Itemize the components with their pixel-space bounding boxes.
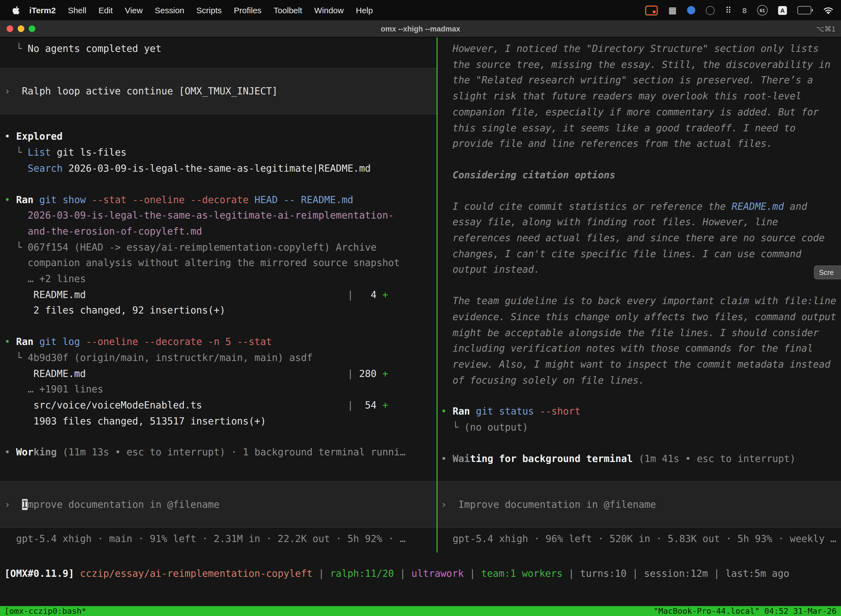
battery-percent-badge[interactable]: 61: [757, 5, 768, 15]
text-segment: src/voice/voiceModeEnabled.ts: [4, 400, 347, 411]
prompt-input[interactable]: › Improve documentation in @filename: [438, 481, 841, 528]
text-segment: I could cite commit statistics or refere…: [441, 201, 732, 212]
text-segment: |: [563, 568, 580, 579]
prompt-input[interactable]: › Improve documentation in @filename: [0, 481, 437, 528]
text-segment: king: [34, 447, 57, 458]
window-title-bar[interactable]: omx --xhigh --madmax ⌥⌘1: [0, 21, 841, 38]
text-segment: +: [382, 289, 388, 300]
terminal-line: └ (no output): [438, 419, 841, 435]
ralph-loop-banner[interactable]: › Ralph loop active continue [OMX_TMUX_I…: [0, 67, 437, 114]
text-segment: output instead.: [441, 264, 540, 275]
menu-edit[interactable]: Edit: [92, 6, 119, 15]
menu-window[interactable]: Window: [308, 6, 350, 15]
spacer: [438, 183, 841, 198]
grid-icon[interactable]: ▦: [668, 5, 677, 15]
text-segment: ting for background terminal: [470, 453, 633, 464]
close-window-button[interactable]: [7, 25, 13, 32]
menu-scripts[interactable]: Scripts: [190, 6, 228, 15]
text-segment: … +1901 lines: [4, 384, 103, 395]
ralph-loop-banner: › Ralph loop active continue [OMX_TMUX_I…: [0, 83, 437, 99]
menu-items: iTerm2ShellEditViewSessionScriptsProfile…: [23, 6, 379, 15]
text-segment: (1m 41s • esc to interrupt): [633, 453, 796, 464]
text-segment: Ralph loop active continue [OMX_TMUX_INJ…: [22, 85, 278, 96]
window-title: omx --xhigh --madmax: [0, 25, 841, 33]
spacer: [0, 176, 437, 192]
screen-recording-indicator-icon[interactable]: [645, 5, 658, 15]
text-segment: last:5m ago: [725, 568, 790, 579]
terminal-line: the source tree, missing the essay. Stil…: [438, 57, 841, 72]
input-source-icon[interactable]: A: [778, 6, 787, 15]
wifi-icon[interactable]: [823, 6, 833, 14]
dots-grid-icon[interactable]: ⠿: [725, 5, 732, 15]
ghost-app-icon[interactable]: 8: [742, 6, 747, 15]
text-segment: the source tree, missing the essay. Stil…: [441, 59, 831, 70]
text-segment: of focusing solely on file lines.: [441, 374, 645, 386]
menu-profiles[interactable]: Profiles: [228, 6, 268, 15]
minimize-window-button[interactable]: [18, 25, 24, 32]
circle-logo-icon[interactable]: [706, 6, 715, 15]
text-segment: Search: [28, 163, 62, 174]
screen-share-tooltip: Scre: [814, 265, 841, 279]
text-segment: might be acceptable alongside the file l…: [441, 327, 819, 338]
text-segment: However, I noticed the "Directory Struct…: [441, 43, 819, 54]
spacer: [438, 152, 841, 167]
menu-iterm2[interactable]: iTerm2: [23, 6, 62, 15]
terminal-line: essay file, along with finding root file…: [438, 214, 841, 230]
left-terminal-pane[interactable]: └ No agents completed yet› Ralph loop ac…: [0, 38, 437, 553]
text-segment: ralph:11/20: [330, 568, 394, 579]
text-segment: this single essay, it seems like a good …: [441, 122, 796, 133]
text-segment: 54: [353, 400, 382, 411]
right-pane-bottom: › Improve documentation in @filename gpt…: [438, 481, 841, 553]
text-segment: including verification notes with those …: [441, 343, 813, 354]
text-segment: slight risk that future readers may over…: [441, 91, 801, 101]
text-segment: 2026-03-09-is-legal-the-same-as-legitima…: [4, 210, 394, 221]
waiting-status-line: • Waiting for background terminal (1m 41…: [438, 451, 841, 467]
text-segment: |: [347, 400, 353, 411]
text-segment: README.md: [4, 289, 347, 300]
text-segment: --stat --oneline --decorate: [86, 194, 249, 205]
terminal-line: I could cite commit statistics or refere…: [438, 198, 841, 214]
window-shortcut-hint: ⌥⌘1: [816, 25, 841, 33]
macos-menu-bar: iTerm2ShellEditViewSessionScriptsProfile…: [0, 0, 841, 21]
text-segment: git ls-files: [51, 147, 127, 158]
terminal-line: 2026-03-09-is-legal-the-same-as-legitima…: [0, 208, 437, 223]
text-segment: Wor: [16, 447, 34, 458]
apple-menu-icon[interactable]: [12, 6, 20, 15]
menu-session[interactable]: Session: [149, 6, 190, 15]
spacer: [0, 318, 437, 334]
text-segment: List: [28, 147, 51, 158]
text-segment: Explored: [16, 131, 63, 142]
tmux-status-bar: [omx-cczip0:bash* "MacBook-Pro-44.local"…: [0, 606, 841, 616]
terminal-line: the "Related research writing" section i…: [438, 73, 841, 88]
text-segment: references need actual files, and since …: [441, 232, 825, 243]
text-segment: README.md: [732, 201, 784, 212]
terminal-line: • Explored: [0, 129, 437, 145]
battery-icon[interactable]: [797, 6, 813, 14]
terminal-line: provide file and line references from th…: [438, 136, 841, 151]
text-segment: companion file, especially if more comme…: [441, 107, 819, 117]
blue-app-icon[interactable]: [687, 6, 695, 14]
text-segment: No agents completed yet: [28, 43, 161, 54]
terminal-line: └ 4b9d30f (origin/main, instructkr/main,…: [0, 350, 437, 366]
text-segment: └: [4, 43, 28, 54]
text-segment: The team guideline is to back every impo…: [441, 295, 836, 307]
text-segment: evidence. Since this change only affects…: [441, 311, 836, 322]
text-segment: └ (no output): [441, 422, 528, 433]
text-segment: |: [464, 568, 481, 579]
terminal-line: └ List git ls-files: [0, 145, 437, 160]
menu-help[interactable]: Help: [350, 6, 379, 15]
menu-toolbelt[interactable]: Toolbelt: [268, 6, 308, 15]
text-segment: 2 files changed, 92 insertions(+): [4, 305, 226, 316]
terminal-line: 1903 files changed, 513517 insertions(+): [0, 413, 437, 429]
terminal-line: … +1901 lines: [0, 382, 437, 397]
terminal-line: However, I noticed the "Directory Struct…: [438, 41, 841, 57]
terminal-line: 2 files changed, 92 insertions(+): [0, 303, 437, 318]
zoom-window-button[interactable]: [29, 25, 35, 32]
menu-shell[interactable]: Shell: [62, 6, 92, 15]
menu-view[interactable]: View: [119, 6, 149, 15]
terminal-line: including verification notes with those …: [438, 341, 841, 356]
text-segment: |: [347, 368, 353, 379]
text-segment: [470, 406, 476, 417]
text-segment: +: [382, 368, 388, 379]
right-terminal-pane[interactable]: However, I noticed the "Directory Struct…: [438, 38, 841, 553]
